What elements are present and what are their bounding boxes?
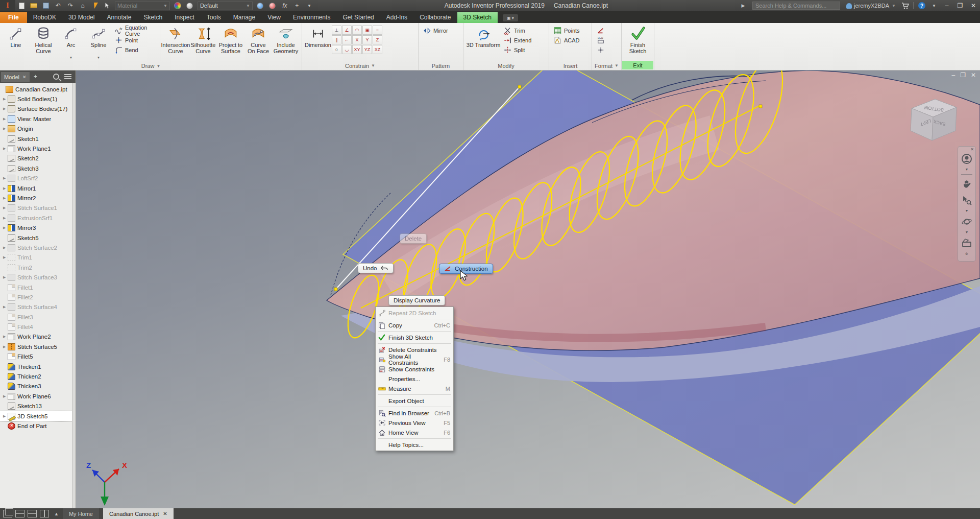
navbar-caret-icon[interactable]: ▼ — [965, 169, 969, 171]
tree-expand-icon[interactable]: ▶ — [3, 414, 8, 418]
ribbon-tab-environments[interactable]: Environments — [287, 12, 336, 23]
constraint-button-y-axis[interactable]: Y — [362, 35, 372, 44]
browser-search-icon[interactable] — [53, 74, 59, 80]
tile-windows-icon[interactable] — [15, 510, 24, 517]
pattern-button-mirror[interactable]: Mirror — [421, 26, 450, 35]
tree-item-mirror1[interactable]: ▶Mirror1 — [0, 183, 76, 193]
app-close-button[interactable]: ✕ — [967, 1, 980, 11]
ribbon-tab-3d-sketch[interactable]: 3D Sketch — [457, 12, 498, 23]
tree-item-stitch-surface5[interactable]: ▶Stitch Surface5 — [0, 342, 76, 351]
panel-label-draw[interactable]: Draw▼ — [0, 62, 302, 70]
tree-item-surface-bodies-17[interactable]: ▶Surface Bodies(17) — [0, 104, 76, 114]
tree-item-thicken3[interactable]: Thicken3 — [0, 382, 76, 391]
format-button-3[interactable] — [594, 45, 607, 55]
tree-item-sketch13[interactable]: Sketch13 — [0, 402, 76, 411]
panel-label-constrain[interactable]: Constrain▼ — [302, 61, 418, 70]
context-menu-item-measure[interactable]: MeasureM — [376, 384, 453, 393]
ribbon-tab-3d-model[interactable]: 3D Model — [62, 12, 101, 23]
constraint-button-yz-plane[interactable]: YZ — [362, 45, 372, 54]
appearance-combo[interactable]: Default▼ — [198, 2, 253, 10]
app-minimize-button[interactable]: – — [940, 1, 953, 11]
tree-item-solid-bodies-1[interactable]: ▶Solid Bodies(1) — [0, 94, 76, 104]
tree-expand-icon[interactable]: ▶ — [3, 255, 8, 260]
cascade-windows-icon[interactable] — [3, 510, 12, 517]
tree-expand-icon[interactable]: ▶ — [3, 127, 8, 131]
inventor-logo-icon[interactable]: I — [0, 0, 15, 11]
context-menu-item-finish-3d-sketch[interactable]: Finish 3D Sketch — [376, 333, 453, 342]
panel-label-modify[interactable]: Modify — [463, 61, 549, 70]
constraint-button-xz-plane[interactable]: XZ — [373, 45, 382, 54]
appearance-sphere-icon[interactable] — [184, 1, 195, 10]
tree-expand-icon[interactable]: ▶ — [3, 147, 8, 151]
tree-item-stitch-surface3[interactable]: ▶Stitch Surface3 — [0, 272, 76, 282]
redo-icon[interactable]: ↷ — [65, 1, 76, 10]
context-menu-item-show-constraints[interactable]: Show Constraints — [376, 364, 453, 374]
constraint-button-xy-plane[interactable]: XY — [352, 45, 362, 54]
tree-item-fillet5[interactable]: Fillet5 — [0, 352, 76, 362]
draw-button-point[interactable]: Point — [112, 35, 158, 45]
tree-expand-icon[interactable]: ▶ — [3, 345, 8, 349]
context-menu-item-previous-view[interactable]: Previous ViewF5 — [376, 418, 453, 428]
browser-scrollbar[interactable] — [72, 83, 76, 508]
ribbon-tab-get-started[interactable]: Get Started — [336, 12, 380, 23]
tree-expand-icon[interactable]: ▶ — [3, 117, 8, 121]
tree-item-extrusionsrf1[interactable]: ▶ExtrusionSrf1 — [0, 213, 76, 223]
orbit-tool-icon[interactable] — [961, 216, 973, 228]
tree-expand-icon[interactable]: ▶ — [3, 246, 8, 250]
parameters-fx-icon[interactable]: fx — [279, 1, 290, 10]
context-menu-item-repeat-2d-sketch[interactable]: Repeat 2D Sketch — [376, 308, 453, 318]
ribbon-display-options-icon[interactable]: ▣ ▾ — [503, 14, 518, 21]
tree-item-loftsrf2[interactable]: ▶LoftSrf2 — [0, 174, 76, 183]
marking-menu-undo[interactable]: Undo — [358, 263, 394, 273]
qat-dropdown-icon[interactable]: ▼ — [304, 1, 315, 10]
draw-button-equation-curve[interactable]: fxEquation Curve — [112, 26, 158, 35]
material-combo[interactable]: Material▼ — [115, 2, 170, 10]
tree-expand-icon[interactable]: ▶ — [3, 186, 8, 191]
format-button-1[interactable] — [594, 26, 607, 35]
constraint-button-lock[interactable]: ▣ — [362, 26, 372, 35]
constraint-button-z-axis[interactable]: Z — [373, 35, 382, 44]
constraint-button-perpendicular[interactable]: ⊥ — [332, 26, 341, 35]
tree-expand-icon[interactable]: ▶ — [3, 335, 8, 339]
tree-item-stitch-surface4[interactable]: ▶Stitch Surface4 — [0, 302, 76, 312]
tree-expand-icon[interactable]: ▶ — [3, 206, 8, 210]
app-restore-button[interactable]: ❐ — [953, 1, 967, 11]
tree-expand-icon[interactable]: ▶ — [3, 394, 8, 398]
vertex-handle[interactable] — [759, 105, 762, 108]
tree-item-fillet1[interactable]: Fillet1 — [0, 282, 76, 292]
draw-button-curve-on-face[interactable]: CurveOn Face — [244, 25, 272, 55]
adjust-red-icon[interactable] — [267, 1, 278, 10]
panel-label-pattern[interactable]: Pattern — [419, 61, 463, 70]
constraint-button-tangent[interactable]: ∠ — [342, 26, 352, 35]
tree-item-sketch3[interactable]: Sketch3 — [0, 163, 76, 173]
draw-button-spline[interactable]: Spline ▼ — [85, 25, 112, 62]
ribbon-tab-inspect[interactable]: Inspect — [168, 12, 201, 23]
draw-button-line[interactable]: Line — [2, 25, 30, 62]
save-icon[interactable] — [40, 1, 52, 10]
constraint-button-tangent-curve[interactable]: ◡ — [342, 45, 352, 54]
marking-menu-delete[interactable]: Delete — [400, 233, 427, 244]
tree-item-view-master[interactable]: ▶View: Master — [0, 114, 76, 124]
tree-item-mirror3[interactable]: ▶Mirror3 — [0, 223, 76, 232]
look-at-tool-icon[interactable] — [961, 237, 973, 249]
draw-button-silhouette-curve[interactable]: SilhouetteCurve — [189, 25, 217, 55]
help-search-input[interactable]: Search Help & Commands... — [752, 2, 840, 10]
tree-item-fillet4[interactable]: Fillet4 — [0, 322, 76, 332]
draw-button-project-to-surface[interactable]: Project toSurface — [217, 25, 244, 55]
tree-item-end-of-part[interactable]: End of Part — [0, 421, 76, 431]
navigation-wheel-icon[interactable] — [961, 153, 973, 165]
viewport-3d[interactable]: – ❐ ✕ BOTTOM LEFT BACK ✕ ▼ — [76, 70, 980, 508]
modify-button-3d-transform[interactable]: 3D Transform — [465, 25, 501, 55]
tree-expand-icon[interactable]: ▶ — [3, 196, 8, 200]
constraint-button-parallel[interactable]: ∥ — [332, 35, 341, 44]
ribbon-tab-manage[interactable]: Manage — [227, 12, 261, 23]
adjust-blue-icon[interactable] — [255, 1, 266, 10]
viewcube[interactable]: BOTTOM LEFT BACK — [902, 92, 959, 146]
doc-minimize-button[interactable]: – — [951, 72, 955, 79]
search-collapse-icon[interactable]: ▶ — [738, 1, 749, 10]
tree-item-trim1[interactable]: ▶Trim1 — [0, 253, 76, 263]
context-menu-item-properties[interactable]: Properties... — [376, 374, 453, 384]
navbar-caret-icon[interactable]: ▼ — [965, 231, 969, 233]
sketch-flash-icon[interactable] — [89, 1, 101, 10]
tree-item-canadian-canoe-ipt[interactable]: Canadian Canoe.ipt — [0, 84, 76, 94]
